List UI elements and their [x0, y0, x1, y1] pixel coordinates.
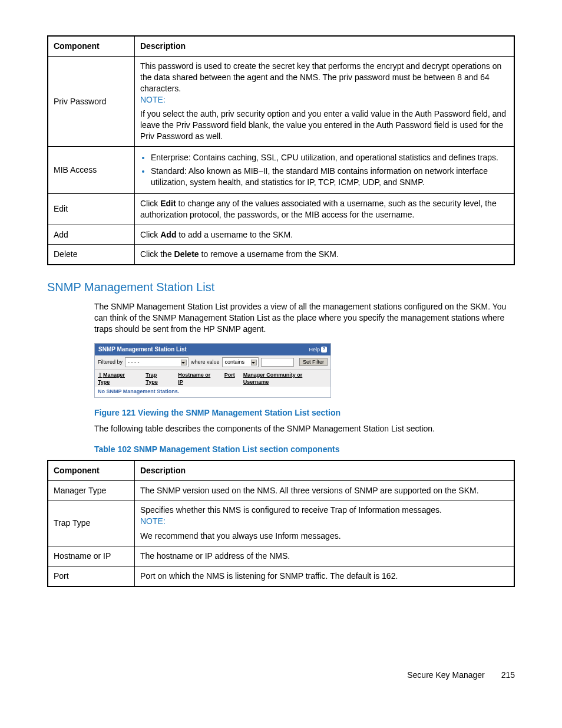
- where-label: where value: [191, 358, 220, 365]
- figure-caption: Figure 121 Viewing the SNMP Management S…: [94, 407, 515, 419]
- desc-post: to add a username to the SKM.: [176, 230, 293, 239]
- filter-label: Filtered by: [98, 358, 123, 365]
- col-component: Component: [48, 460, 135, 480]
- table-header-row: Component Description: [48, 36, 514, 56]
- bullet-list: Enterprise: Contains caching, SSL, CPU u…: [140, 151, 508, 189]
- table-row: Trap Type Specifies whether this NMS is …: [48, 500, 514, 546]
- list-item: Enterprise: Contains caching, SSL, CPU u…: [151, 151, 508, 164]
- footer-title: Secure Key Manager: [407, 670, 485, 680]
- cell-description: Port on which the NMS is listening for S…: [135, 566, 515, 586]
- col-component: Component: [48, 36, 135, 56]
- cell-description: Click Add to add a username to the SKM.: [135, 225, 515, 245]
- table-row: Edit Click Edit to change any of the val…: [48, 193, 514, 225]
- desc-post: to remove a username from the SKM.: [199, 249, 339, 259]
- screenshot-wrap: SNMP Management Station List Help ? Filt…: [94, 343, 515, 398]
- col-description: Description: [135, 36, 515, 56]
- desc-post: to change any of the values associated w…: [140, 199, 497, 219]
- desc-pre: Click the: [140, 249, 174, 259]
- col-link[interactable]: Manager Community or Username: [243, 371, 328, 386]
- col-link[interactable]: ⇧Manager Type: [98, 371, 137, 386]
- sort-arrow-icon: ⇧: [98, 372, 103, 378]
- section-intro: The SNMP Management Station List provide…: [94, 301, 515, 335]
- cell-component: Manager Type: [48, 480, 135, 500]
- desc-note: We recommend that you always use Inform …: [140, 531, 341, 541]
- cell-component: Edit: [48, 193, 135, 225]
- cell-description: This password is used to create the secr…: [135, 56, 515, 146]
- cell-component: Port: [48, 566, 135, 586]
- table-1: Component Description Priv Password This…: [47, 35, 515, 265]
- table-row: MIB Access Enterprise: Contains caching,…: [48, 147, 514, 194]
- table-row: Hostname or IP The hostname or IP addres…: [48, 546, 514, 566]
- set-filter-button[interactable]: Set Filter: [299, 358, 328, 366]
- table-row: Add Click Add to add a username to the S…: [48, 225, 514, 245]
- panel-title: SNMP Management Station List: [98, 345, 187, 354]
- cell-description: The hostname or IP address of the NMS.: [135, 546, 515, 566]
- table-row: Delete Click the Delete to remove a user…: [48, 245, 514, 265]
- column-header-row: ⇧Manager Type Trap Type Hostname or IP P…: [95, 370, 330, 387]
- page-footer: Secure Key Manager 215: [47, 670, 515, 681]
- help-label: Help: [309, 346, 320, 353]
- desc-pre: Specifies whether this NMS is configured…: [140, 505, 442, 515]
- paragraph: The following table describes the compon…: [94, 423, 515, 434]
- list-item: Standard: Also known as MIB–II, the stan…: [151, 164, 508, 189]
- empty-message: No SNMP Management Stations.: [95, 387, 330, 397]
- table-row: Manager Type The SNMP version used on th…: [48, 480, 514, 500]
- panel-titlebar: SNMP Management Station List Help ?: [95, 344, 330, 355]
- section-heading: SNMP Management Station List: [47, 279, 515, 295]
- note-label: NOTE:: [140, 516, 166, 526]
- cell-component: Delete: [48, 245, 135, 265]
- filter-select-2[interactable]: contains: [222, 357, 259, 367]
- table-row: Priv Password This password is used to c…: [48, 56, 514, 146]
- table-row: Port Port on which the NMS is listening …: [48, 566, 514, 586]
- desc-note: If you select the auth, priv security op…: [140, 109, 506, 141]
- table-2: Component Description Manager Type The S…: [47, 460, 515, 587]
- cell-component: MIB Access: [48, 147, 135, 194]
- desc-intro: This password is used to create the secr…: [140, 61, 501, 93]
- cell-component: Priv Password: [48, 56, 135, 146]
- table-header-row: Component Description: [48, 460, 514, 480]
- page-number: 215: [501, 670, 515, 680]
- cell-description: Enterprise: Contains caching, SSL, CPU u…: [135, 147, 515, 194]
- col-description: Description: [135, 460, 515, 480]
- cell-component: Add: [48, 225, 135, 245]
- filter-input[interactable]: [261, 358, 294, 367]
- desc-pre: Click: [140, 230, 160, 239]
- help-link[interactable]: Help ?: [309, 346, 327, 353]
- col-link[interactable]: Trap Type: [146, 371, 170, 386]
- filter-select-1[interactable]: - - - -: [125, 357, 189, 367]
- cell-component: Hostname or IP: [48, 546, 135, 566]
- cell-description: Specifies whether this NMS is configured…: [135, 500, 515, 546]
- desc-bold: Edit: [160, 199, 176, 208]
- note-label: NOTE:: [140, 95, 166, 104]
- desc-pre: Click: [140, 199, 160, 208]
- help-icon: ?: [321, 347, 327, 353]
- filter-bar: Filtered by - - - - where value contains…: [95, 355, 330, 370]
- col-link[interactable]: Port: [224, 371, 235, 386]
- cell-description: Click the Delete to remove a username fr…: [135, 245, 515, 265]
- cell-component: Trap Type: [48, 500, 135, 546]
- col-link[interactable]: Hostname or IP: [178, 371, 216, 386]
- cell-description: Click Edit to change any of the values a…: [135, 193, 515, 225]
- desc-bold: Delete: [174, 249, 199, 259]
- cell-description: The SNMP version used on the NMS. All th…: [135, 480, 515, 500]
- desc-bold: Add: [160, 230, 176, 239]
- table-caption: Table 102 SNMP Management Station List s…: [94, 444, 515, 455]
- screenshot-panel: SNMP Management Station List Help ? Filt…: [94, 343, 331, 398]
